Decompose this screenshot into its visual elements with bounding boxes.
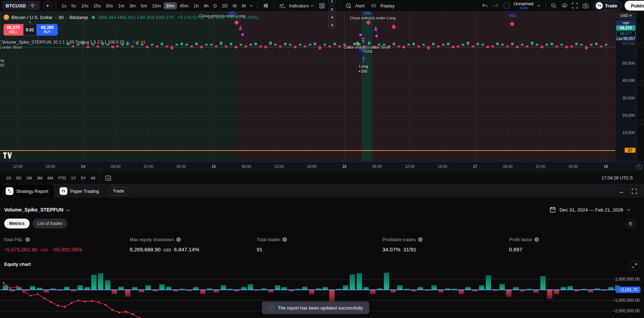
layout-save-block[interactable]: Unnamed Save [514,1,533,10]
market-status-dot[interactable] [92,16,95,19]
layout-grid-icon[interactable] [318,1,326,10]
interval-button-2D[interactable]: 2D [220,2,230,10]
currency-selector[interactable]: USD ▾ [616,13,636,19]
right-sidebar-strip[interactable] [636,12,644,161]
symbol-flag-icon[interactable] [29,1,37,10]
range-button-5y[interactable]: 5Y [78,175,88,181]
alert-button[interactable]: Alert [355,3,364,8]
metric-label: Profit factori [509,237,539,242]
interval-button-5s[interactable]: 5s [69,2,78,10]
alert-clock-icon[interactable] [344,1,352,10]
maximize-panel-icon[interactable] [632,189,637,194]
settings-gear-icon[interactable] [560,1,569,10]
info-icon[interactable]: i [25,237,30,242]
layout-letter-f-2[interactable]: F [328,0,336,6]
legend-interval[interactable]: 30 [59,15,64,20]
indicators-chevron[interactable] [310,5,314,7]
strategy-status-line[interactable]: Volume_Spike_STEPFUN 20 2 1 1 50 Trailin… [2,40,146,45]
range-button-1d[interactable]: 1D [4,175,14,181]
layout-letter-a-4[interactable]: A [328,13,336,21]
minimize-panel-icon[interactable] [619,189,624,194]
undo-icon[interactable] [481,1,489,10]
interval-button-5m[interactable]: 5m [139,2,149,10]
grid-vline [606,12,606,161]
time-axis[interactable]: 12:0018:001406:0012:0018:001506:0012:001… [0,161,644,172]
strategy-report-icon [6,187,13,195]
interval-button-D[interactable]: D [211,2,219,10]
interval-button-W[interactable]: W [231,2,239,10]
tab-strategy-report[interactable]: Strategy Report [0,184,54,198]
interval-button-15m[interactable]: 15m [150,2,163,10]
interval-button-30m[interactable]: 30m [164,2,177,10]
equity-expand-icon[interactable] [630,261,639,270]
layout-letter-a-5[interactable]: A [328,21,336,29]
time-tick-label: 12:00 [405,164,415,169]
range-button-all[interactable]: All [88,175,98,181]
candle [240,44,242,45]
legend-symbol-name[interactable]: Bitcoin / U.S. Dollar [11,15,53,20]
publish-button[interactable]: Publish [625,1,644,11]
redo-icon[interactable] [491,1,500,10]
report-strategy-name[interactable]: Volume_Spike_STEPFUN [4,207,63,213]
range-button-1y[interactable]: 1Y [68,175,78,181]
trade-tab-button[interactable]: Trade [108,187,129,195]
interval-button-10s[interactable]: 10s [79,2,91,10]
view-list-of-trades-button[interactable]: List of trades [32,219,68,228]
indicators-icon[interactable] [278,1,287,10]
sidebar-icon[interactable] [638,120,643,125]
price-axis[interactable]: USD ▾ High 70,937 68,370 68,077 Low 66,5… [615,12,636,161]
range-button-1m[interactable]: 1M [24,175,34,181]
buy-button[interactable]: 68,380 BUY [37,24,58,36]
interval-button-30s[interactable]: 30s [104,2,115,10]
view-metrics-button[interactable]: Metrics [4,219,30,228]
interval-button-15s[interactable]: 15s [91,2,103,10]
sidebar-icon[interactable] [638,81,643,86]
range-button-5d[interactable]: 5D [14,175,24,181]
fullscreen-icon[interactable] [571,1,579,10]
interval-button-1m[interactable]: 1m [116,2,127,10]
replay-button[interactable]: Replay [380,3,394,8]
indicators-button[interactable]: Indicators [289,3,309,8]
layout-letter-d-3[interactable]: D [328,6,336,13]
candle [541,46,543,48]
go-to-date-icon[interactable] [105,175,111,181]
replay-icon[interactable] [369,1,378,10]
info-icon[interactable]: i [418,237,423,242]
quick-search-icon[interactable] [550,1,558,10]
interval-button-M[interactable]: M [240,2,248,10]
interval-more-chevron[interactable] [250,5,253,7]
interval-button-3m[interactable]: 3m [127,2,138,10]
range-button-6m[interactable]: 6M [45,175,55,181]
layout-checkbox[interactable] [504,3,509,8]
interval-button-4h[interactable]: 4h [201,2,210,10]
chart-style-icon[interactable] [262,1,270,10]
info-icon[interactable]: i [282,237,287,242]
current-time[interactable]: 17:04:28 UTC-5 [601,176,633,181]
screenshot-camera-icon[interactable] [581,1,590,10]
strategy-sparkle-icon[interactable] [126,40,131,45]
save-link[interactable]: Save [520,6,528,10]
chart-plot[interactable]: ₿ Bitcoin / U.S. Dollar · 30 · Bitstamp … [0,12,615,161]
report-menu-icon[interactable] [626,219,635,228]
layout-chevron[interactable] [537,5,540,7]
strategy-dropdown-chevron[interactable] [66,209,70,212]
quantity-field[interactable]: 1 0.01 [23,24,37,36]
report-date-range[interactable]: Dec 31, 2024 — Feb 21, 2026 [550,207,640,213]
interval-button-45m[interactable]: 45m [178,2,191,10]
sidebar-icon[interactable] [638,42,643,47]
range-button-ytd[interactable]: YTD [55,175,68,181]
info-icon[interactable]: i [176,237,181,242]
tab-paper-trading[interactable]: TV Paper Trading [54,184,105,198]
range-button-3m[interactable]: 3M [34,175,45,181]
compare-add-icon[interactable] [43,1,52,10]
timezone-clock-icon[interactable] [636,164,642,170]
interval-button-1s[interactable]: 1s [59,2,68,10]
symbol-search-button[interactable]: BTCUSD [2,1,40,10]
sell-button[interactable]: 68,379 SELL [4,24,23,36]
candle [570,45,573,47]
trade-button[interactable]: TV Trade [594,1,622,11]
info-icon[interactable]: i [534,237,539,242]
interval-button-1h[interactable]: 1h [191,2,201,10]
legend-exchange[interactable]: Bitstamp [69,15,88,20]
candle [166,45,168,47]
